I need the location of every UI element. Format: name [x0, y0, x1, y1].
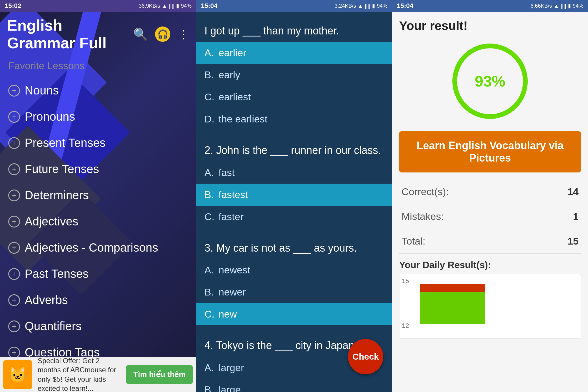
plus-icon-present-tenses: +: [8, 137, 20, 149]
answer-label-4-a: A.: [204, 362, 215, 373]
stat-label-correct: Correct(s):: [402, 186, 449, 197]
chart-bar-group: [420, 284, 485, 324]
answer-text-3-c: new: [219, 308, 237, 320]
stat-value-total: 15: [567, 235, 579, 247]
answer-label-1-b: B.: [204, 69, 215, 81]
sidebar-item-adjectives-comparisons[interactable]: + Adjectives - Comparisons: [0, 235, 196, 261]
status-time-middle: 15:04: [201, 2, 217, 10]
answer-1-d[interactable]: D. the earliest: [196, 108, 392, 130]
vocab-button[interactable]: Learn English Vocabulary via Pictures: [399, 131, 581, 172]
ad-learn-more-button[interactable]: Tìm hiểu thêm: [126, 365, 193, 384]
nav-label-adverbs: Adverbs: [25, 293, 68, 307]
plus-icon-quantifiers: +: [8, 320, 20, 332]
score-circle-container: 93%: [399, 40, 581, 122]
ad-mascot-icon: 🐱: [3, 360, 32, 389]
nav-label-future-tenses: Future Tenses: [25, 162, 99, 176]
sidebar-item-adjectives[interactable]: + Adjectives: [0, 208, 196, 235]
favorite-label: Favorite Lessons: [0, 57, 196, 75]
question-1: I got up ___ than my mother. A. earlier …: [196, 18, 392, 130]
answer-4-b[interactable]: B. large: [196, 379, 392, 392]
answer-label-2-a: A.: [204, 167, 215, 178]
answer-2-a[interactable]: A. fast: [196, 162, 392, 184]
answer-3-c[interactable]: C. new: [196, 303, 392, 325]
nav-label-quantifiers: Quantifiers: [25, 320, 81, 333]
answer-text-2-c: faster: [219, 211, 244, 222]
answer-text-1-c: earliest: [219, 91, 251, 103]
stat-label-mistakes: Mistakes:: [402, 211, 444, 222]
results-content: Your result! 93% Learn English Vocabular…: [392, 12, 588, 346]
answer-label-1-a: A.: [204, 47, 215, 59]
answer-3-b[interactable]: B. newer: [196, 281, 392, 303]
chart-bar-correct: [420, 292, 485, 324]
answer-1-c[interactable]: C. earliest: [196, 86, 392, 108]
app-title: English Grammar Full: [7, 16, 133, 52]
answer-text-1-a: earlier: [219, 47, 246, 59]
battery-icon-right: ▮: [568, 3, 571, 9]
signal-icon-middle: ||||: [365, 3, 370, 9]
sidebar-item-determiners[interactable]: + Determiners: [0, 182, 196, 208]
answer-label-1-d: D.: [204, 113, 215, 125]
sidebar-item-quantifiers[interactable]: + Quantifiers: [0, 313, 196, 339]
answer-label-3-c: C.: [204, 308, 215, 320]
plus-icon-past-tenses: +: [8, 268, 20, 280]
sidebar-item-nouns[interactable]: + Nouns: [0, 77, 196, 104]
nav-label-past-tenses: Past Tenses: [25, 267, 89, 280]
score-percent: 93%: [475, 72, 505, 90]
answer-label-4-b: B.: [204, 384, 215, 392]
check-button[interactable]: Check: [348, 339, 383, 374]
sidebar-item-adverbs[interactable]: + Adverbs: [0, 287, 196, 313]
score-circle: 93%: [449, 40, 531, 122]
right-panel: 15:04 6,66KB/s ▲ |||| ▮ 94% Your result!…: [392, 0, 588, 392]
nav-label-adjectives: Adjectives: [25, 215, 78, 228]
answer-text-3-a: newest: [219, 264, 250, 276]
answer-2-c[interactable]: C. faster: [196, 206, 392, 228]
answer-1-a[interactable]: A. earlier: [196, 42, 392, 64]
chart-bar-container: [414, 277, 578, 324]
headphone-icon[interactable]: 🎧: [155, 26, 170, 42]
sidebar-item-past-tenses[interactable]: + Past Tenses: [0, 261, 196, 287]
result-title: Your result!: [399, 19, 581, 33]
chart-y-label-12: 12: [402, 322, 409, 330]
answer-label-3-a: A.: [204, 264, 215, 276]
network-speed-right: 6,66KB/s: [530, 3, 552, 9]
wifi-icon-middle: ▲: [358, 3, 363, 9]
stat-row-correct: Correct(s): 14: [399, 180, 581, 204]
nav-label-adjectives-comparisons: Adjectives - Comparisons: [25, 241, 158, 254]
chart-bar-mistakes: [420, 284, 485, 292]
question-1-text: I got up ___ than my mother.: [196, 18, 392, 42]
more-options-icon[interactable]: ⋮: [177, 27, 189, 41]
header-icons: 🔍 🎧 ⋮: [133, 26, 189, 42]
answer-2-b[interactable]: B. fastest: [196, 184, 392, 206]
plus-icon-future-tenses: +: [8, 163, 20, 175]
search-icon[interactable]: 🔍: [133, 27, 148, 41]
answer-text-3-b: newer: [219, 286, 246, 298]
answer-text-1-d: the earliest: [219, 113, 267, 125]
sidebar-item-pronouns[interactable]: + Pronouns: [0, 104, 196, 130]
nav-label-determiners: Determiners: [25, 189, 89, 202]
ad-text: Special Offer: Get 2 months of ABCmouse …: [35, 356, 126, 392]
stat-label-total: Total:: [402, 235, 425, 247]
left-panel: 15:02 36,9KB/s ▲ |||| ▮ 94% English Gram…: [0, 0, 196, 392]
plus-icon-determiners: +: [8, 190, 20, 201]
answer-1-b[interactable]: B. early: [196, 64, 392, 86]
battery-percent-right: 94%: [573, 3, 583, 9]
answer-text-4-b: large: [219, 384, 241, 392]
sidebar-item-future-tenses[interactable]: + Future Tenses: [0, 156, 196, 182]
stat-value-mistakes: 1: [573, 211, 579, 222]
stat-row-mistakes: Mistakes: 1: [399, 204, 581, 229]
status-time-left: 15:02: [5, 2, 21, 10]
answer-label-1-c: C.: [204, 91, 215, 103]
stat-row-total: Total: 15: [399, 229, 581, 254]
battery-icon-left: ▮: [176, 3, 179, 9]
daily-result-title: Your Daily Result(s):: [399, 260, 581, 270]
plus-icon-adjectives-comparisons: +: [8, 242, 20, 254]
quiz-content: I got up ___ than my mother. A. earlier …: [196, 12, 392, 392]
stat-value-correct: 14: [567, 186, 579, 197]
network-speed-left: 36,9KB/s: [139, 3, 160, 9]
app-header: English Grammar Full 🔍 🎧 ⋮: [0, 12, 196, 57]
answer-3-a[interactable]: A. newest: [196, 259, 392, 281]
question-3: 3. My car is not as ___ as yours. A. new…: [196, 235, 392, 325]
nav-label-pronouns: Pronouns: [25, 110, 75, 123]
sidebar-item-present-tenses[interactable]: + Present Tenses: [0, 130, 196, 156]
answer-label-2-c: C.: [204, 211, 215, 222]
